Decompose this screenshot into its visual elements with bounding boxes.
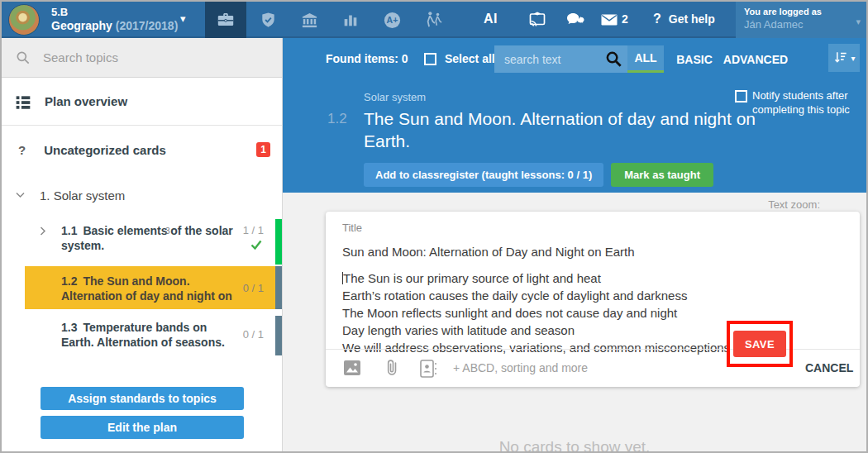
class-year: (2017/2018) — [116, 19, 179, 32]
sidebar-item-plan-overview[interactable]: Plan overview — [2, 78, 282, 126]
plan-sidebar: Plan overview ? Uncategorized cards 1 1.… — [2, 38, 283, 451]
save-button[interactable]: SAVE — [733, 331, 786, 357]
user-menu-caret-icon: ▾ — [856, 17, 861, 27]
svg-text:A+: A+ — [386, 15, 398, 25]
sidebar-topic-1-2-selected[interactable]: 1.2The Sun and Moon. Alternation of day … — [2, 266, 282, 309]
check-icon — [250, 240, 262, 250]
nav-ai-label[interactable]: AI — [484, 12, 498, 26]
tab-all[interactable]: ALL — [627, 45, 664, 73]
class-short: 5.B — [51, 6, 178, 19]
nav-results-chart-icon[interactable] — [334, 2, 367, 38]
nav-plans-briefcase-icon[interactable] — [205, 2, 246, 38]
nav-grades-icon[interactable]: A+ — [375, 2, 408, 38]
breadcrumb: Solar system — [364, 91, 426, 103]
sort-icon — [832, 50, 849, 66]
nav-institution-icon[interactable] — [293, 2, 326, 38]
cancel-button[interactable]: CANCEL — [805, 361, 853, 374]
nav-attendance-icon[interactable] — [415, 2, 451, 38]
topic-progress: 0 / 1 — [243, 328, 264, 341]
uncategorized-label: Uncategorized cards — [44, 143, 166, 157]
sort-caret-icon: ▾ — [851, 54, 855, 63]
topbar: 5.B Geography (2017/2018) ▾ A+ AI — [2, 2, 866, 38]
logged-as-label: You are logged as — [744, 6, 858, 18]
topic-status-bar-pending — [275, 316, 282, 355]
get-help-label: Get help — [669, 12, 715, 26]
topic-status-bar-done — [275, 219, 282, 265]
sidebar-chapter-solar-system[interactable]: 1. Solar system — [2, 180, 282, 210]
card-search-box — [494, 45, 628, 73]
empty-state-message: No cards to show yet. — [283, 438, 866, 453]
topic-search-row — [2, 38, 282, 78]
class-dropdown-caret-icon[interactable]: ▾ — [180, 12, 186, 25]
school-logo — [8, 4, 40, 36]
class-selector[interactable]: 5.B Geography (2017/2018) — [51, 6, 178, 32]
mark-as-taught-button[interactable]: Mark as taught — [611, 163, 713, 187]
page-title: The Sun and Moon. Alternation of day and… — [364, 107, 777, 152]
add-to-classregister-button[interactable]: Add to classregister (taught lessons: 0 … — [364, 163, 603, 187]
more-card-types-button[interactable]: + ABCD, sorting and more — [453, 361, 588, 374]
topic-title: Temperature bands on Earth. Alternation … — [61, 321, 225, 349]
assign-standards-button[interactable]: Assign standards to topics — [41, 387, 244, 410]
sort-button[interactable]: ▾ — [828, 44, 860, 72]
topic-progress: 0 / 1 — [243, 282, 264, 294]
chapter-label: 1. Solar system — [40, 188, 125, 203]
topic-title: The Sun and Moon. Alternation of day and… — [61, 274, 232, 303]
search-icon — [15, 50, 31, 66]
class-subject: Geography — [51, 19, 112, 32]
card-editor: Title Sun and Moon: Alternation of Day a… — [326, 212, 860, 387]
select-all-label: Select all — [445, 52, 495, 65]
sidebar-item-uncategorized[interactable]: ? Uncategorized cards 1 — [2, 126, 282, 174]
search-submit-icon[interactable] — [604, 50, 623, 72]
search-topics-input[interactable] — [43, 50, 241, 64]
topic-title: Basic elements of the solar system. — [61, 224, 233, 252]
card-title-input[interactable]: Sun and Moon: Alternation of Day and Nig… — [342, 245, 635, 259]
app-window: 5.B Geography (2017/2018) ▾ A+ AI — [0, 0, 868, 453]
text-zoom-label: Text zoom: — [768, 198, 820, 211]
tab-advanced[interactable]: ADVANCED — [723, 45, 789, 73]
help-question-icon: ? — [653, 12, 661, 26]
insert-from-library-icon[interactable] — [418, 358, 438, 383]
topic-progress: 1 / 1 — [243, 224, 264, 236]
sidebar-topic-1-1[interactable]: 1.1Basic elements of the solar system. 3… — [2, 218, 282, 265]
notify-students-label: Notify students after completing this to… — [752, 88, 861, 117]
uncategorized-count-badge: 1 — [256, 142, 270, 157]
nav-shield-icon[interactable] — [250, 2, 286, 38]
topic-number: 1.2 — [327, 111, 347, 127]
topic-header: Found items: 0 Select all ALL BASIC ADVA… — [283, 38, 866, 193]
cards-workspace: Text zoom: Title Sun and Moon: Alternati… — [283, 193, 866, 451]
get-help-button[interactable]: ? Get help — [653, 12, 715, 26]
user-menu[interactable]: You are logged as Ján Adamec ▾ — [736, 2, 866, 38]
save-highlight-annotation: SAVE — [727, 321, 793, 367]
title-field-label: Title — [342, 222, 362, 234]
topic-status-bar-pending — [275, 266, 282, 309]
nav-mail-icon[interactable] — [595, 2, 623, 38]
topic-card-count: 3 — [165, 226, 170, 236]
editor-footer: + ABCD, sorting and more SAVE CANCEL — [326, 349, 860, 387]
tab-basic[interactable]: BASIC — [671, 45, 718, 73]
topic-number: 1.3 — [61, 321, 83, 334]
nav-cast-lesson-icon[interactable] — [521, 2, 554, 38]
plan-overview-label: Plan overview — [45, 94, 127, 108]
attach-file-icon[interactable] — [382, 358, 402, 383]
select-all-checkbox[interactable] — [424, 53, 436, 65]
edit-plan-button[interactable]: Edit the plan — [41, 416, 244, 439]
sidebar-topic-1-3[interactable]: 1.3Temperature bands on Earth. Alternati… — [2, 314, 282, 355]
topic-number: 1.2 — [61, 274, 83, 288]
chevron-right-icon — [40, 226, 46, 236]
user-name: Ján Adamec — [744, 18, 858, 31]
topic-number: 1.1 — [61, 224, 83, 237]
card-search-input[interactable] — [494, 53, 592, 66]
found-items-label: Found items: 0 — [326, 52, 408, 65]
nav-chat-icon[interactable] — [557, 2, 594, 38]
list-icon — [15, 93, 31, 110]
notify-students-checkbox[interactable] — [735, 90, 747, 103]
question-icon: ? — [18, 143, 26, 157]
chevron-down-icon — [16, 192, 25, 198]
mail-count-badge: 2 — [622, 12, 628, 26]
insert-image-icon[interactable] — [342, 358, 362, 381]
